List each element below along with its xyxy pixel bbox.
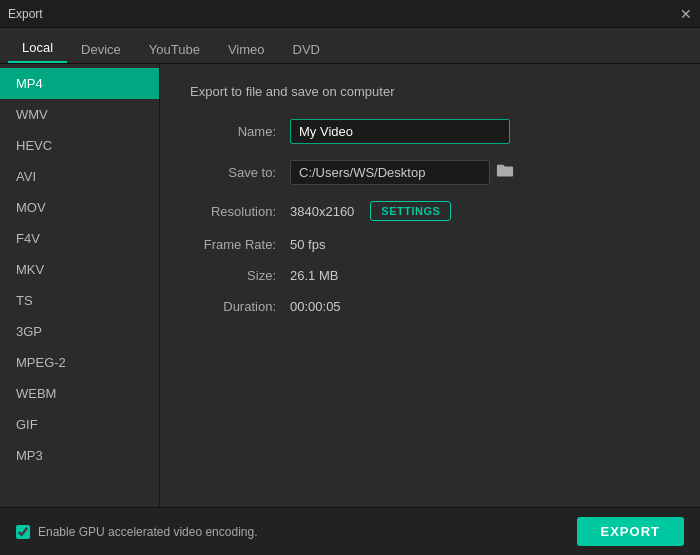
tab-dvd[interactable]: DVD: [279, 36, 334, 63]
name-input[interactable]: [290, 119, 510, 144]
footer: Enable GPU accelerated video encoding. E…: [0, 507, 700, 555]
saveto-row: Save to:: [190, 160, 670, 185]
sidebar-item-mpeg2[interactable]: MPEG-2: [0, 347, 159, 378]
sidebar-item-wmv[interactable]: WMV: [0, 99, 159, 130]
close-button[interactable]: ✕: [680, 7, 692, 21]
duration-label: Duration:: [190, 299, 290, 314]
format-sidebar: MP4 WMV HEVC AVI MOV F4V MKV TS 3GP MPEG…: [0, 64, 160, 507]
framerate-value: 50 fps: [290, 237, 325, 252]
title-bar: Export ✕: [0, 0, 700, 28]
tab-bar: Local Device YouTube Vimeo DVD: [0, 28, 700, 64]
framerate-row: Frame Rate: 50 fps: [190, 237, 670, 252]
tab-device[interactable]: Device: [67, 36, 135, 63]
window-title: Export: [8, 7, 43, 21]
resolution-value: 3840x2160: [290, 204, 354, 219]
settings-button[interactable]: SETTINGS: [370, 201, 451, 221]
sidebar-item-3gp[interactable]: 3GP: [0, 316, 159, 347]
tab-youtube[interactable]: YouTube: [135, 36, 214, 63]
sidebar-item-webm[interactable]: WEBM: [0, 378, 159, 409]
saveto-input[interactable]: [290, 160, 490, 185]
tab-vimeo[interactable]: Vimeo: [214, 36, 279, 63]
resolution-row: Resolution: 3840x2160 SETTINGS: [190, 201, 670, 221]
export-content: Export to file and save on computer Name…: [160, 64, 700, 507]
browse-folder-button[interactable]: [496, 163, 514, 182]
tab-local[interactable]: Local: [8, 34, 67, 63]
saveto-control: [290, 160, 514, 185]
size-label: Size:: [190, 268, 290, 283]
name-row: Name:: [190, 119, 670, 144]
name-label: Name:: [190, 124, 290, 139]
resolution-label: Resolution:: [190, 204, 290, 219]
duration-row: Duration: 00:00:05: [190, 299, 670, 314]
gpu-encoding-label[interactable]: Enable GPU accelerated video encoding.: [16, 525, 257, 539]
content-description: Export to file and save on computer: [190, 84, 670, 99]
main-layout: MP4 WMV HEVC AVI MOV F4V MKV TS 3GP MPEG…: [0, 64, 700, 507]
saveto-label: Save to:: [190, 165, 290, 180]
framerate-label: Frame Rate:: [190, 237, 290, 252]
gpu-encoding-text: Enable GPU accelerated video encoding.: [38, 525, 257, 539]
sidebar-item-avi[interactable]: AVI: [0, 161, 159, 192]
sidebar-item-mkv[interactable]: MKV: [0, 254, 159, 285]
sidebar-item-gif[interactable]: GIF: [0, 409, 159, 440]
sidebar-item-hevc[interactable]: HEVC: [0, 130, 159, 161]
size-value: 26.1 MB: [290, 268, 338, 283]
resolution-control: 3840x2160 SETTINGS: [290, 201, 451, 221]
gpu-encoding-checkbox[interactable]: [16, 525, 30, 539]
sidebar-item-mp4[interactable]: MP4: [0, 68, 159, 99]
sidebar-item-mp3[interactable]: MP3: [0, 440, 159, 471]
sidebar-item-mov[interactable]: MOV: [0, 192, 159, 223]
size-row: Size: 26.1 MB: [190, 268, 670, 283]
duration-value: 00:00:05: [290, 299, 341, 314]
export-button[interactable]: EXPORT: [577, 517, 684, 546]
sidebar-item-f4v[interactable]: F4V: [0, 223, 159, 254]
sidebar-item-ts[interactable]: TS: [0, 285, 159, 316]
